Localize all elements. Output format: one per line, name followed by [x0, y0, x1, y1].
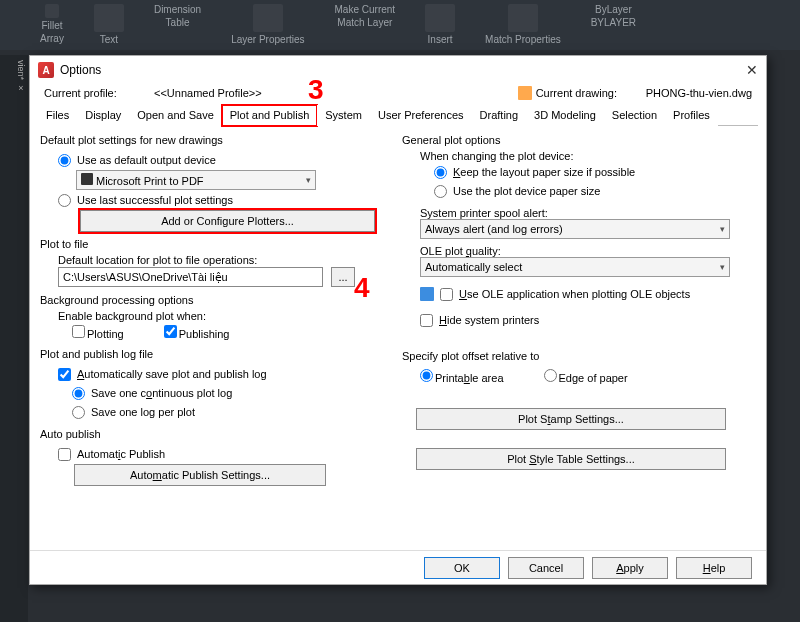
radio-edge-of-paper-label: Edge of paper [559, 372, 628, 384]
profile-row: Current profile: <<Unnamed Profile>> Cur… [30, 84, 766, 104]
change-device-sub: When changing the plot device: [420, 150, 756, 162]
checkbox-plotting-label: Plotting [87, 328, 124, 340]
plot-stamp-settings-button[interactable]: Plot Stamp Settings... [416, 408, 726, 430]
group-plot-offset: Specify plot offset relative to [402, 350, 756, 362]
apply-button[interactable]: Apply [592, 557, 668, 579]
tab-system[interactable]: System [317, 105, 370, 126]
checkbox-hide-printers-label: Hide system printers [439, 314, 539, 326]
radio-one-per-plot-label: Save one log per plot [91, 406, 195, 418]
checkbox-plotting[interactable] [72, 325, 85, 338]
radio-use-device-label: Use the plot device paper size [453, 185, 600, 197]
checkbox-auto-publish-label: Automatic Publish [77, 448, 165, 460]
radio-edge-of-paper[interactable] [544, 369, 557, 382]
spool-alert-label: System printer spool alert: [420, 207, 756, 219]
plot-style-table-settings-button[interactable]: Plot Style Table Settings... [416, 448, 726, 470]
current-drawing-label: Current drawing: [536, 87, 646, 99]
titlebar: A Options ✕ [30, 56, 766, 84]
checkbox-auto-log[interactable] [58, 368, 71, 381]
group-plot-to-file: Plot to file [40, 238, 394, 250]
chevron-down-icon: ▾ [720, 224, 725, 234]
radio-use-device[interactable] [434, 185, 447, 198]
autocad-logo-icon: A [38, 62, 54, 78]
plot-file-sub: Default location for plot to file operat… [58, 254, 394, 266]
group-log-file: Plot and publish log file [40, 348, 394, 360]
tab-drafting[interactable]: Drafting [472, 105, 527, 126]
chevron-down-icon: ▾ [720, 262, 725, 272]
app-ribbon: FilletArray Text DimensionTable Layer Pr… [0, 0, 800, 50]
left-column: Default plot settings for new drawings U… [40, 132, 394, 548]
ole-quality-dropdown[interactable]: Automatically select▾ [420, 257, 730, 277]
tab-files[interactable]: Files [38, 105, 77, 126]
plot-file-path[interactable]: C:\Users\ASUS\OneDrive\Tài liệu [58, 267, 323, 287]
current-profile-label: Current profile: [44, 87, 154, 99]
drawing-icon [518, 86, 532, 100]
current-drawing-value: PHONG-thu-vien.dwg [646, 87, 752, 99]
close-icon[interactable]: ✕ [746, 62, 758, 78]
checkbox-hide-printers[interactable] [420, 314, 433, 327]
checkbox-auto-publish[interactable] [58, 448, 71, 461]
printer-icon [81, 173, 93, 185]
auto-publish-settings-button[interactable]: Automatic Publish Settings... [74, 464, 326, 486]
tab-user-preferences[interactable]: User Preferences [370, 105, 472, 126]
group-bg-processing: Background processing options [40, 294, 394, 306]
help-button[interactable]: Help [676, 557, 752, 579]
radio-one-continuous-label: Save one continuous plot log [91, 387, 232, 399]
radio-default-device-label: Use as default output device [77, 154, 216, 166]
radio-printable-area[interactable] [420, 369, 433, 382]
browse-button[interactable]: ... [331, 267, 355, 287]
ole-quality-label: OLE plot quality: [420, 245, 756, 257]
radio-one-continuous[interactable] [72, 387, 85, 400]
radio-one-per-plot[interactable] [72, 406, 85, 419]
radio-keep-layout[interactable] [434, 166, 447, 179]
bg-processing-sub: Enable background plot when: [58, 310, 394, 322]
checkbox-auto-log-label: Automatically save plot and publish log [77, 368, 267, 380]
tab-open-and-save[interactable]: Open and Save [129, 105, 221, 126]
radio-default-device[interactable] [58, 154, 71, 167]
side-tab: vien* × [0, 55, 28, 622]
dialog-footer: OK Cancel Apply Help [30, 550, 766, 584]
group-general-plot: General plot options [402, 134, 756, 146]
cancel-button[interactable]: Cancel [508, 557, 584, 579]
checkbox-publishing-label: Publishing [179, 328, 230, 340]
group-auto-publish: Auto publish [40, 428, 394, 440]
checkbox-ole-app[interactable] [440, 288, 453, 301]
tab-3d-modeling[interactable]: 3D Modeling [526, 105, 604, 126]
radio-printable-area-label: Printable area [435, 372, 504, 384]
group-default-plot: Default plot settings for new drawings [40, 134, 394, 146]
ok-button[interactable]: OK [424, 557, 500, 579]
device-dropdown[interactable]: Microsoft Print to PDF ▾ [76, 170, 316, 190]
tab-strip: Files Display Open and Save Plot and Pub… [38, 104, 758, 126]
chevron-down-icon: ▾ [306, 175, 311, 185]
dialog-title: Options [60, 63, 746, 77]
radio-last-success-label: Use last successful plot settings [77, 194, 233, 206]
checkbox-publishing[interactable] [164, 325, 177, 338]
tab-profiles[interactable]: Profiles [665, 105, 718, 126]
options-dialog: A Options ✕ Current profile: <<Unnamed P… [29, 55, 767, 585]
ole-icon [420, 287, 434, 301]
right-column: General plot options When changing the p… [402, 132, 756, 548]
tab-selection[interactable]: Selection [604, 105, 665, 126]
current-profile-value: <<Unnamed Profile>> [154, 87, 354, 99]
radio-last-success[interactable] [58, 194, 71, 207]
tab-plot-and-publish[interactable]: Plot and Publish [222, 105, 318, 126]
checkbox-ole-app-label: Use OLE application when plotting OLE ob… [459, 288, 690, 300]
radio-keep-layout-label: Keep the layout paper size if possible [453, 166, 635, 178]
spool-alert-dropdown[interactable]: Always alert (and log errors)▾ [420, 219, 730, 239]
tab-display[interactable]: Display [77, 105, 129, 126]
add-configure-plotters-button[interactable]: Add or Configure Plotters... [80, 210, 375, 232]
